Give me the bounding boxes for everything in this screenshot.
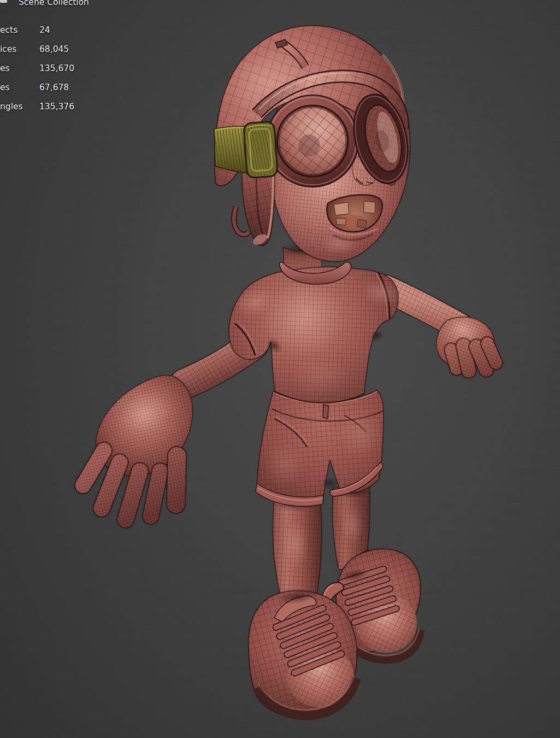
strap-buckle [244,121,278,178]
eye-left-shadow [298,134,320,156]
tooth-upper-right [364,201,375,213]
chin-highlight [320,233,359,255]
shorts-fly-button [323,405,328,419]
fingers-left [451,343,496,371]
leg-left [273,497,322,597]
character-model-render [0,0,560,738]
3d-viewport[interactable]: Scene Collection ects24 ices68,045 es135… [0,0,560,738]
tooth-lower-left [336,218,346,225]
tooth-lower-right [357,219,367,228]
tooth-upper-left [334,202,349,215]
shorts [256,390,384,506]
